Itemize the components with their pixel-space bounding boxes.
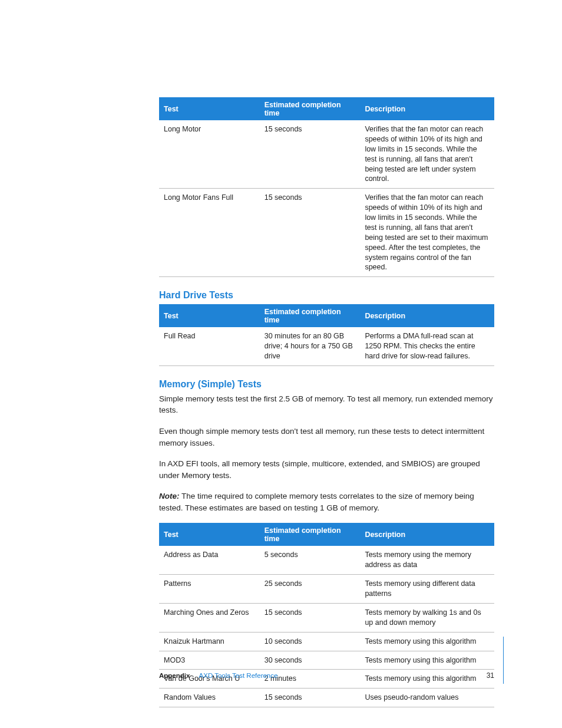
cell-test: Patterns [159, 575, 260, 604]
note-body: The time required to complete memory tes… [159, 492, 474, 512]
col-header-test: Test [159, 97, 260, 120]
hdd-tests-table: Test Estimated completion time Descripti… [159, 304, 494, 366]
table-row: Long Motor Fans Full 15 seconds Verifies… [159, 189, 494, 277]
note-label: Note: [159, 492, 180, 500]
table-row: Random Values 15 seconds Uses pseudo-ran… [159, 689, 494, 707]
cell-test: Random Values [159, 689, 260, 707]
table-row: Address as Data 5 seconds Tests memory u… [159, 546, 494, 574]
cell-test: Address as Data [159, 546, 260, 574]
col-header-desc: Description [360, 97, 494, 120]
memory-note: Note: The time required to complete memo… [159, 490, 494, 513]
table-row: Long Motor 15 seconds Verifies that the … [159, 120, 494, 189]
col-header-time: Estimated completion time [260, 97, 361, 120]
cell-time: 5 seconds [260, 546, 361, 574]
cell-test: Marching Ones and Zeros [159, 603, 260, 632]
cell-test: Long Motor [159, 120, 260, 189]
col-header-desc: Description [360, 304, 494, 327]
footer-rule [503, 637, 504, 684]
table-row: Full Read 30 minutes for an 80 GB drive;… [159, 327, 494, 365]
cell-desc: Tests memory using this algorithm [360, 651, 494, 670]
cell-time: 30 minutes for an 80 GB drive; 4 hours f… [260, 327, 361, 365]
footer-title: AXD Tools Test Reference [199, 672, 278, 679]
cell-desc: Verifies that the fan motor can reach sp… [360, 120, 494, 189]
cell-desc: Tests memory by walking 1s and 0s up and… [360, 603, 494, 632]
table-row: Marching Ones and Zeros 15 seconds Tests… [159, 603, 494, 632]
footer-appendix: Appendix [159, 672, 190, 679]
table-row: Knaizuk Hartmann 10 seconds Tests memory… [159, 632, 494, 651]
col-header-desc: Description [360, 523, 494, 546]
cell-time: 25 seconds [260, 575, 361, 604]
footer-page-number: 31 [487, 671, 494, 680]
cell-desc: Tests memory using this algorithm [360, 632, 494, 651]
cell-test: Full Read [159, 327, 260, 365]
page-content: Test Estimated completion time Descripti… [0, 0, 562, 728]
col-header-test: Test [159, 523, 260, 546]
table-row: MOD3 30 seconds Tests memory using this … [159, 651, 494, 670]
cell-time: 15 seconds [260, 189, 361, 277]
table-row: Patterns 25 seconds Tests memory using d… [159, 575, 494, 604]
fan-tests-table: Test Estimated completion time Descripti… [159, 97, 494, 277]
col-header-test: Test [159, 304, 260, 327]
memory-tests-table: Test Estimated completion time Descripti… [159, 523, 494, 707]
cell-desc: Tests memory using different data patter… [360, 575, 494, 604]
col-header-time: Estimated completion time [260, 304, 361, 327]
cell-test: Knaizuk Hartmann [159, 632, 260, 651]
col-header-time: Estimated completion time [260, 523, 361, 546]
memory-heading: Memory (Simple) Tests [159, 379, 494, 390]
cell-time: 15 seconds [260, 689, 361, 707]
memory-para-2: Even though simple memory tests don't te… [159, 426, 494, 449]
cell-desc: Performs a DMA full-read scan at 1250 RP… [360, 327, 494, 365]
cell-time: 15 seconds [260, 603, 361, 632]
memory-para-3: In AXD EFI tools, all memory tests (simp… [159, 458, 494, 481]
cell-time: 15 seconds [260, 120, 361, 189]
cell-time: 10 seconds [260, 632, 361, 651]
cell-time: 30 seconds [260, 651, 361, 670]
page-footer: Appendix AXD Tools Test Reference 31 [159, 671, 494, 680]
cell-desc: Uses pseudo-random values [360, 689, 494, 707]
cell-desc: Tests memory using the memory address as… [360, 546, 494, 574]
memory-para-1: Simple memory tests test the first 2.5 G… [159, 393, 494, 416]
cell-desc: Verifies that the fan motor can reach sp… [360, 189, 494, 277]
cell-test: MOD3 [159, 651, 260, 670]
hdd-heading: Hard Drive Tests [159, 290, 494, 301]
cell-test: Long Motor Fans Full [159, 189, 260, 277]
